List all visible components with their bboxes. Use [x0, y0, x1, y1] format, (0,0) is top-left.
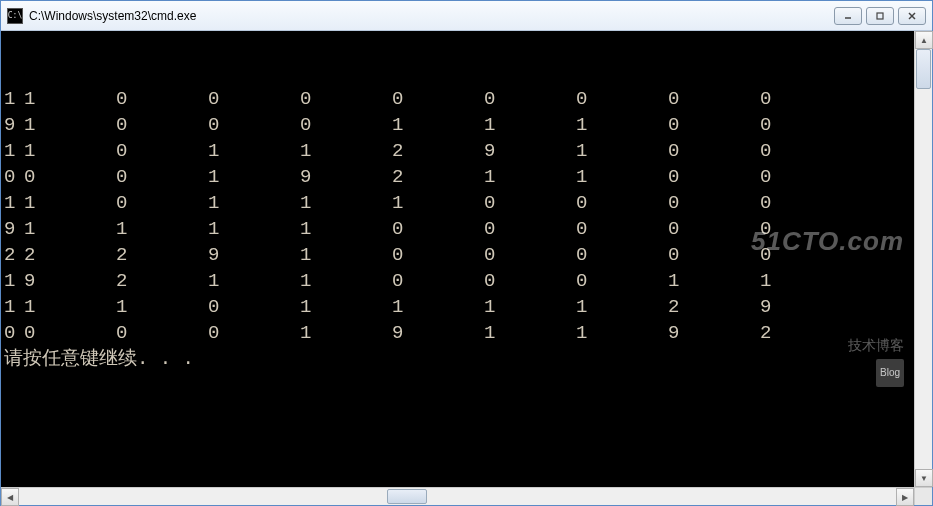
scroll-right-icon[interactable]: ▶ — [896, 488, 914, 506]
output-cell: 0 — [484, 190, 576, 216]
output-row: 1921100011 — [4, 268, 914, 294]
output-cell: 1 — [392, 190, 484, 216]
output-cell: 1 — [24, 86, 116, 112]
hscroll-thumb[interactable] — [387, 489, 427, 504]
output-cell: 1 — [484, 320, 576, 346]
output-cell: 1 — [300, 190, 392, 216]
output-cell: 1 — [668, 268, 760, 294]
output-cell: 0 — [484, 268, 576, 294]
output-cell: 1 — [760, 268, 852, 294]
output-cell: 0 — [116, 190, 208, 216]
output-cell: 9 — [484, 138, 576, 164]
output-cell: 1 — [116, 216, 208, 242]
output-cell: 2 — [24, 242, 116, 268]
output-row: 1100000000 — [4, 86, 914, 112]
scroll-down-icon[interactable]: ▼ — [915, 469, 933, 487]
vertical-scrollbar[interactable]: ▲ ▼ — [914, 31, 932, 487]
output-row: 2229100000 — [4, 242, 914, 268]
output-cell: 0 — [4, 320, 24, 346]
output-cell: 0 — [392, 268, 484, 294]
output-cell: 1 — [4, 138, 24, 164]
output-cell: 1 — [4, 268, 24, 294]
scroll-left-icon[interactable]: ◀ — [1, 488, 19, 506]
minimize-button[interactable] — [834, 7, 862, 25]
output-cell: 0 — [392, 216, 484, 242]
output-row: 9100011100 — [4, 112, 914, 138]
svg-rect-1 — [877, 13, 883, 19]
output-cell: 1 — [116, 294, 208, 320]
output-cell: 1 — [300, 216, 392, 242]
output-cell: 0 — [116, 86, 208, 112]
output-cell: 0 — [392, 86, 484, 112]
output-cell: 0 — [576, 268, 668, 294]
output-cell: 1 — [300, 268, 392, 294]
output-cell: 2 — [4, 242, 24, 268]
app-icon: C:\ — [7, 8, 23, 24]
output-cell: 2 — [392, 138, 484, 164]
output-cell: 0 — [760, 86, 852, 112]
output-cell: 1 — [24, 138, 116, 164]
output-cell: 1 — [4, 294, 24, 320]
output-cell: 1 — [208, 268, 300, 294]
output-cell: 1 — [24, 216, 116, 242]
output-cell: 0 — [116, 320, 208, 346]
output-cell: 0 — [668, 190, 760, 216]
window-controls — [834, 7, 926, 25]
output-cell: 1 — [576, 112, 668, 138]
output-cell: 9 — [760, 294, 852, 320]
output-cell: 0 — [300, 112, 392, 138]
window-title: C:\Windows\system32\cmd.exe — [29, 9, 828, 23]
console-output: 1100000000910001110011011291000001921100… — [1, 31, 914, 487]
output-cell: 1 — [576, 320, 668, 346]
output-cell: 9 — [24, 268, 116, 294]
vscroll-thumb[interactable] — [916, 49, 931, 89]
output-cell: 2 — [760, 320, 852, 346]
output-cell: 0 — [484, 242, 576, 268]
horizontal-scrollbar[interactable]: ◀ ▶ — [1, 487, 932, 505]
output-cell: 2 — [392, 164, 484, 190]
scroll-up-icon[interactable]: ▲ — [915, 31, 933, 49]
output-cell: 0 — [24, 320, 116, 346]
output-cell: 0 — [668, 164, 760, 190]
output-row: 1101110000 — [4, 190, 914, 216]
scroll-corner — [914, 488, 932, 505]
output-cell: 9 — [668, 320, 760, 346]
output-row: 0001921100 — [4, 164, 914, 190]
output-cell: 1 — [392, 112, 484, 138]
output-cell: 9 — [4, 112, 24, 138]
vscroll-track[interactable] — [915, 49, 932, 469]
output-cell: 1 — [484, 112, 576, 138]
output-cell: 0 — [484, 86, 576, 112]
output-cell: 1 — [24, 294, 116, 320]
output-cell: 0 — [576, 86, 668, 112]
output-cell: 0 — [760, 190, 852, 216]
output-cell: 0 — [668, 216, 760, 242]
output-cell: 1 — [4, 190, 24, 216]
output-cell: 0 — [4, 164, 24, 190]
output-cell: 1 — [300, 138, 392, 164]
output-cell: 0 — [208, 112, 300, 138]
output-cell: 0 — [760, 242, 852, 268]
output-cell: 2 — [116, 268, 208, 294]
hscroll-track[interactable] — [19, 488, 896, 505]
output-cell: 1 — [392, 294, 484, 320]
output-cell: 1 — [300, 320, 392, 346]
output-cell: 1 — [208, 138, 300, 164]
output-row: 0000191192 — [4, 320, 914, 346]
output-cell: 0 — [576, 242, 668, 268]
output-cell: 0 — [392, 242, 484, 268]
output-cell: 1 — [4, 86, 24, 112]
maximize-button[interactable] — [866, 7, 894, 25]
output-cell: 2 — [116, 242, 208, 268]
output-cell: 1 — [576, 164, 668, 190]
output-cell: 0 — [760, 216, 852, 242]
output-cell: 1 — [576, 294, 668, 320]
output-cell: 0 — [668, 86, 760, 112]
output-cell: 0 — [300, 86, 392, 112]
output-cell: 0 — [208, 320, 300, 346]
close-button[interactable] — [898, 7, 926, 25]
output-cell: 0 — [760, 164, 852, 190]
output-cell: 1 — [300, 242, 392, 268]
output-cell: 1 — [484, 294, 576, 320]
continue-prompt: 请按任意键继续. . . — [4, 346, 914, 372]
